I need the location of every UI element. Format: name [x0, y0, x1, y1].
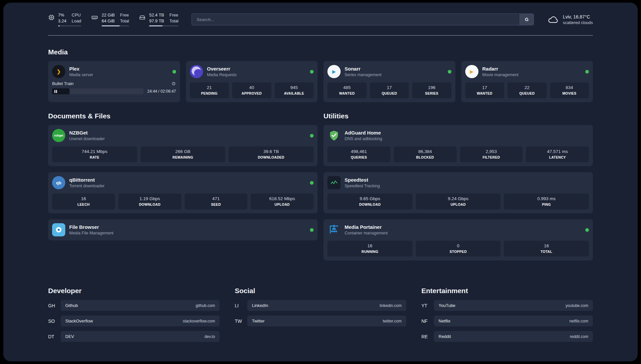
memory-free-label: Free [120, 13, 129, 17]
stat-tile: 471 SEED [185, 194, 248, 209]
hard-drive-icon [139, 14, 146, 21]
app-card-radarr[interactable]: ▶ Radarr Movie management 17 WANTED 22 Q… [461, 61, 593, 102]
bookmark-link-youtube[interactable]: YouTube youtube.com [434, 300, 593, 311]
storage-progress-bar [149, 25, 178, 26]
pause-icon[interactable] [54, 88, 57, 94]
section-title-documents: Documents & Files [48, 112, 318, 120]
app-desc: Series management [345, 73, 444, 77]
stat-tile: 17 QUEUED [370, 82, 409, 98]
app-card-speedtest[interactable]: Speedtest Speedtest Tracking 9.65 Gbps D… [323, 172, 593, 213]
bookmark-link-netflix[interactable]: Netflix netflix.com [434, 316, 593, 326]
cpu-load-value: 3.24 [58, 18, 66, 23]
utilities-column: Utilities AdGuard Home DNS and adblockin… [323, 102, 593, 266]
stat-tile: 2,953 FILTERED [460, 146, 523, 162]
section-title-social: Social [235, 287, 406, 295]
stat-label: PENDING [191, 91, 228, 95]
stat-label: REMAINING [142, 155, 224, 159]
bookmark-name: YouTube [439, 303, 455, 308]
stat-label: SEED [186, 202, 246, 206]
settings-gear-icon[interactable]: ⚙ [171, 81, 176, 86]
bookmark-link-reddit[interactable]: Reddit reddit.com [434, 331, 593, 342]
bookmark-group-entertainment: Entertainment YT YouTube youtube.com NF … [421, 281, 593, 347]
stat-label: TOTAL [505, 250, 588, 254]
list-item: RE Reddit reddit.com [421, 331, 593, 342]
qbittorrent-icon: qb [52, 176, 65, 189]
sonarr-icon: ▶ [327, 65, 341, 78]
bookmark-abbr: LI [235, 303, 247, 308]
status-online-dot [448, 70, 451, 74]
weather-condition: scattered clouds [563, 20, 593, 25]
stat-value: 86,384 [395, 149, 455, 154]
stat-label: DOWNLOADED [230, 155, 312, 159]
overseerr-icon [190, 65, 203, 78]
bookmark-link-dev[interactable]: DEV dev.to [61, 331, 220, 342]
storage-free-label: Free [169, 13, 178, 17]
plex-icon: ❯ [52, 65, 65, 78]
stat-value: 834 [551, 85, 588, 90]
stat-label: WANTED [467, 91, 503, 95]
radarr-icon: ▶ [465, 65, 478, 78]
bookmark-url: stackoverflow.com [183, 319, 215, 323]
topbar-divider [48, 35, 593, 36]
search-bar: G [192, 14, 534, 25]
stat-label: LATENCY [527, 155, 588, 159]
stat-tile: 1.19 Gbps DOWNLOAD [118, 194, 181, 209]
stat-tile: 485 WANTED [327, 82, 367, 98]
app-name: Sonarr [345, 66, 444, 72]
cpu-load-label: Load [72, 18, 81, 23]
list-item: DT DEV dev.to [48, 331, 220, 342]
adguard-shield-icon [327, 129, 341, 142]
app-name: NZBGet [69, 130, 306, 136]
playback-progress-bar[interactable] [52, 88, 143, 94]
bookmark-link-github[interactable]: Github github.com [61, 300, 220, 311]
app-card-nzbget[interactable]: nzbget NZBGet Usenet downloader 744.21 M… [48, 125, 318, 166]
section-title-developer: Developer [48, 287, 220, 295]
list-item: NF Netflix netflix.com [421, 316, 593, 326]
stat-tile: 834 MOVIES [550, 82, 589, 98]
stat-value: 9.65 Gbps [329, 196, 411, 201]
app-card-filebrowser[interactable]: File Browser Media File Management [48, 219, 318, 240]
weather-location: Lviv, 16.87°C [563, 14, 593, 19]
memory-free-value: 22 GiB [102, 13, 115, 17]
app-card-overseerr[interactable]: Overseerr Media Requests 21 PENDING 40 A… [186, 61, 318, 102]
bookmark-link-linkedin[interactable]: LinkedIn linkedin.com [247, 300, 406, 311]
stat-tile: 22 QUEUED [507, 82, 547, 98]
stat-value: 47.571 ms [527, 149, 588, 154]
stat-label: WANTED [329, 91, 365, 95]
weather-widget[interactable]: Lviv, 16.87°C scattered clouds [548, 14, 593, 25]
app-card-adguard[interactable]: AdGuard Home DNS and adblocking 498,461 … [323, 125, 593, 166]
system-metrics: 7% 3.24 CPU Load [48, 13, 178, 26]
status-online-dot [585, 70, 589, 74]
app-card-sonarr[interactable]: ▶ Sonarr Series management 485 WANTED 17… [323, 61, 455, 102]
stat-label: UPLOAD [417, 202, 500, 206]
app-card-portainer[interactable]: Media Portainer Container management 16 … [323, 219, 593, 260]
bookmark-name: Twitter [252, 318, 264, 323]
bookmark-url: youtube.com [565, 303, 588, 308]
app-desc: Movie management [482, 73, 582, 77]
search-engine-button[interactable]: G [520, 14, 534, 25]
stat-tile: 86,384 BLOCKED [394, 146, 457, 162]
stat-tile: 16 LEECH [52, 194, 115, 209]
stat-tile: 0 STOPPED [416, 241, 501, 257]
stat-value: 2,953 [461, 149, 522, 154]
stat-value: 618.52 Mbps [252, 196, 312, 201]
stat-value: 945 [276, 85, 313, 90]
app-desc: Media server [69, 73, 168, 77]
app-card-qbittorrent[interactable]: qb qBittorrent Torrent downloader 16 LEE… [48, 172, 318, 213]
app-card-plex[interactable]: ❯ Plex Media server Bullet Train ⚙ [48, 61, 180, 102]
list-item: YT YouTube youtube.com [421, 300, 593, 311]
stat-tile: 47.571 ms LATENCY [526, 146, 589, 162]
app-desc: Media File Management [69, 231, 306, 235]
search-input[interactable] [192, 14, 534, 25]
bookmark-link-twitter[interactable]: Twitter twitter.com [247, 316, 406, 326]
list-item: LI LinkedIn linkedin.com [235, 300, 406, 311]
stat-label: LEECH [53, 202, 114, 206]
bookmark-name: LinkedIn [252, 303, 268, 308]
section-title-entertainment: Entertainment [421, 287, 593, 295]
bookmark-name: Reddit [439, 334, 451, 339]
app-name: Speedtest [345, 177, 589, 183]
list-item: SO StackOverflow stackoverflow.com [48, 316, 220, 326]
bookmark-link-stackoverflow[interactable]: StackOverflow stackoverflow.com [61, 316, 220, 326]
cpu-chip-icon [48, 14, 55, 21]
app-name: AdGuard Home [345, 130, 589, 136]
